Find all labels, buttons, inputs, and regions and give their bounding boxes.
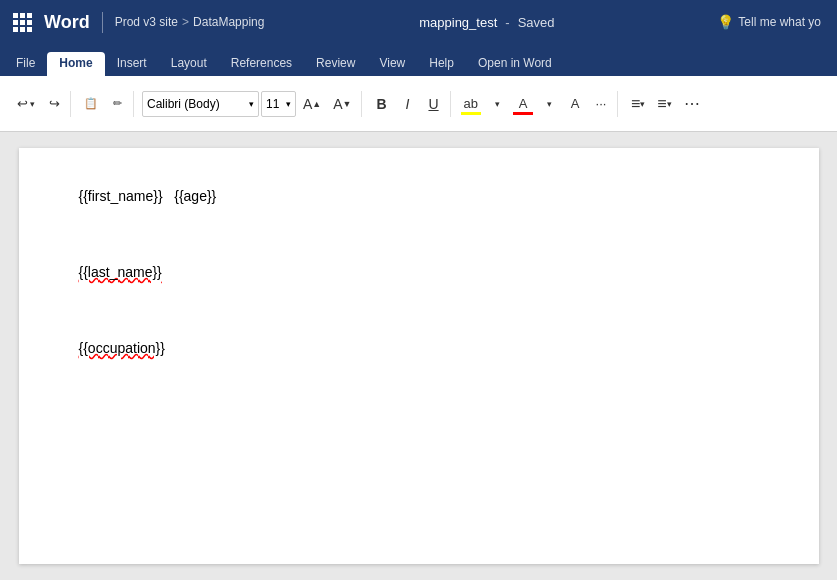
doc-line-3: {{occupation}} [79,340,759,356]
tab-review[interactable]: Review [304,52,367,76]
highlight-color-bar [461,112,481,115]
underline-button[interactable]: U [422,91,446,117]
breadcrumb: Prod v3 site > DataMapping [115,15,265,29]
paste-icon: 📋 [84,97,98,110]
title-dash: - [505,15,509,30]
font-color-dropdown-button[interactable]: ▾ [537,91,561,117]
more-ribbon-icon: ⋯ [684,94,700,113]
tab-references[interactable]: References [219,52,304,76]
bullet-list-dropdown-icon: ▾ [640,99,645,109]
decrease-font-icon: A [333,96,342,112]
font-size-selector[interactable]: 11 ▾ [261,91,296,117]
waffle-icon[interactable] [8,8,36,36]
increase-font-icon: A [303,96,312,112]
document-area: {{first_name}} {{age}} {{last_name}} {{o… [0,132,837,580]
highlight-button[interactable]: ab [459,91,483,117]
format-group: B I U [366,91,451,117]
tab-open-in-word[interactable]: Open in Word [466,52,564,76]
font-color-dropdown-icon: ▾ [547,99,552,109]
redo-button[interactable]: ↪ [42,91,66,117]
font-size-value: 11 [266,97,284,111]
breadcrumb-folder: DataMapping [193,15,264,29]
ribbon-toolbar: ↩ ▾ ↪ 📋 ✏ Calibri (Body) ▾ 11 ▾ A▲ A▼ [0,76,837,132]
tell-me-area[interactable]: 💡 Tell me what yo [709,14,829,30]
font-color-text: A [519,96,528,111]
bold-button[interactable]: B [370,91,394,117]
clipboard-group: 📋 ✏ [75,91,134,117]
lightbulb-icon: 💡 [717,14,734,30]
font-group: Calibri (Body) ▾ 11 ▾ A▲ A▼ [138,91,362,117]
list-group: ≡ ▾ ≡ ▾ ⋯ [622,91,709,117]
tab-home[interactable]: Home [47,52,104,76]
format-painter-icon: ✏ [113,97,122,110]
increase-font-up-icon: ▲ [312,99,321,109]
app-name: Word [44,12,103,33]
breadcrumb-site: Prod v3 site [115,15,178,29]
paste-button[interactable]: 📋 [79,91,103,117]
doc-text-1: {{first_name}} {{age}} [79,188,217,204]
file-name: mapping_test [419,15,497,30]
numbered-list-icon: ≡ [657,95,666,113]
highlight-text: ab [464,96,478,111]
font-name-dropdown-icon: ▾ [249,99,254,109]
file-title-area: mapping_test - Saved [264,15,709,30]
ribbon-tabs: File Home Insert Layout References Revie… [0,44,837,76]
undo-arrow: ▾ [30,99,35,109]
underline-icon: U [428,96,438,112]
format-painter-button[interactable]: ✏ [105,91,129,117]
undo-icon: ↩ [17,96,28,111]
doc-line-2: {{last_name}} [79,264,759,280]
bullet-list-button[interactable]: ≡ ▾ [626,91,650,117]
tab-file[interactable]: File [4,52,47,76]
breadcrumb-sep1: > [182,15,189,29]
more-ribbon-button[interactable]: ⋯ [679,91,705,117]
numbered-list-dropdown-icon: ▾ [667,99,672,109]
doc-text-3: {{occupation}} [79,340,165,356]
more-icon: ··· [596,96,607,111]
tab-view[interactable]: View [367,52,417,76]
font-color-bar [513,112,533,115]
title-bar: Word Prod v3 site > DataMapping mapping_… [0,0,837,44]
font-color-button[interactable]: A [511,91,535,117]
font-effects-button[interactable]: A [563,91,587,117]
document-page[interactable]: {{first_name}} {{age}} {{last_name}} {{o… [19,148,819,564]
tab-insert[interactable]: Insert [105,52,159,76]
color-group: ab ▾ A ▾ A ··· [455,91,618,117]
numbered-list-button[interactable]: ≡ ▾ [652,91,676,117]
font-name-value: Calibri (Body) [147,97,247,111]
undo-button[interactable]: ↩ ▾ [12,91,40,117]
saved-status: Saved [518,15,555,30]
increase-font-button[interactable]: A▲ [298,91,326,117]
tab-help[interactable]: Help [417,52,466,76]
tab-layout[interactable]: Layout [159,52,219,76]
highlight-dropdown-icon: ▾ [495,99,500,109]
more-button[interactable]: ··· [589,91,613,117]
italic-icon: I [406,96,410,112]
doc-text-2: {{last_name}} [79,264,162,280]
font-name-selector[interactable]: Calibri (Body) ▾ [142,91,259,117]
decrease-font-button[interactable]: A▼ [328,91,356,117]
doc-line-1: {{first_name}} {{age}} [79,188,759,204]
font-effects-icon: A [571,96,580,111]
redo-icon: ↪ [49,96,60,111]
decrease-font-down-icon: ▼ [343,99,352,109]
undo-redo-group: ↩ ▾ ↪ [8,91,71,117]
bullet-list-icon: ≡ [631,95,640,113]
bold-icon: B [376,96,386,112]
highlight-dropdown-button[interactable]: ▾ [485,91,509,117]
font-size-dropdown-icon: ▾ [286,99,291,109]
italic-button[interactable]: I [396,91,420,117]
tell-me-text: Tell me what yo [738,15,821,29]
